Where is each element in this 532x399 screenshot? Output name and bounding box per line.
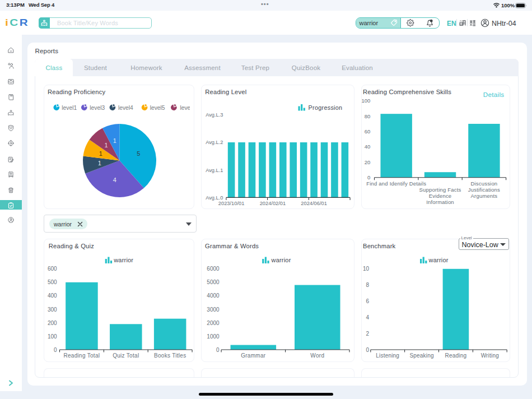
svg-text:100: 100 [361,98,370,104]
svg-text:300: 300 [48,307,57,313]
svg-text:level4: level4 [118,105,133,111]
svg-text:warrior: warrior [113,257,133,263]
svg-text:3000: 3000 [207,307,220,313]
svg-text:Avg.L.2: Avg.L.2 [206,140,223,145]
svg-text:2024/02/01: 2024/02/01 [260,201,286,206]
svg-text:warrior: warrior [428,257,449,263]
svg-text:2: 2 [366,331,369,337]
svg-text:6000: 6000 [207,266,220,272]
svg-text:10: 10 [363,266,370,272]
svg-text:Reading & Quiz: Reading & Quiz [49,243,94,249]
svg-text:200: 200 [48,320,57,326]
svg-text:Find and Identify Details: Find and Identify Details [366,180,426,187]
svg-text:Discussion: Discussion [470,180,497,187]
svg-text:Avg.L.1: Avg.L.1 [206,168,223,173]
svg-text:40: 40 [365,143,371,150]
svg-text:Avg.L.0: Avg.L.0 [206,195,223,201]
svg-text:Reading Comprehensive Skills: Reading Comprehensive Skills [363,89,451,95]
svg-text:Reading: Reading [445,352,467,359]
svg-text:Benchmark: Benchmark [363,243,396,249]
svg-text:warrior: warrior [271,257,291,263]
svg-text:Reading Total: Reading Total [63,352,100,359]
svg-text:2000: 2000 [207,320,220,326]
svg-text:1: 1 [98,160,101,166]
svg-text:Justifications: Justifications [468,187,500,193]
svg-text:6: 6 [366,298,369,304]
svg-text:4000: 4000 [207,293,220,299]
svg-text:5: 5 [137,150,140,157]
svg-text:400: 400 [48,293,57,299]
svg-text:4: 4 [366,314,369,321]
svg-text:500: 500 [48,279,57,285]
svg-text:Grammar & Words: Grammar & Words [205,243,259,249]
svg-text:Details: Details [483,91,505,98]
svg-text:Evidence: Evidence [429,193,452,199]
svg-text:Information: Information [426,199,454,205]
svg-text:Grammar: Grammar [241,352,266,359]
svg-text:1: 1 [105,142,108,149]
svg-text:level3: level3 [90,105,105,111]
svg-text:0: 0 [367,174,370,180]
svg-text:Quiz Total: Quiz Total [113,352,139,359]
svg-text:8: 8 [366,282,369,288]
svg-text:Arguments: Arguments [471,193,498,199]
svg-text:level6: level6 [180,105,195,111]
svg-text:level1: level1 [62,105,77,111]
svg-text:Supporting Facts: Supporting Facts [419,187,461,193]
svg-text:1: 1 [99,150,102,157]
svg-text:100: 100 [48,333,57,340]
svg-text:Speaking: Speaking [409,352,433,359]
svg-text:2023/10/01: 2023/10/01 [218,201,245,206]
svg-text:0: 0 [54,347,57,353]
svg-text:80: 80 [365,113,371,119]
svg-text:Reading Level: Reading Level [205,89,246,95]
svg-text:600: 600 [48,266,57,272]
svg-text:Reading Proficiency: Reading Proficiency [48,89,106,95]
svg-text:60: 60 [365,128,371,134]
svg-text:5000: 5000 [207,279,220,285]
svg-text:0: 0 [216,347,220,353]
svg-text:Progression: Progression [309,104,343,111]
svg-text:2024/06/01: 2024/06/01 [301,201,327,206]
svg-text:0: 0 [366,347,369,353]
svg-text:1000: 1000 [207,333,220,340]
svg-text:Writing: Writing [481,352,499,359]
svg-text:4: 4 [113,177,116,183]
svg-text:Avg.L.3: Avg.L.3 [206,112,223,118]
svg-text:Word: Word [310,352,324,359]
svg-text:level5: level5 [150,105,165,111]
svg-text:1: 1 [113,137,116,144]
svg-text:20: 20 [365,159,371,165]
svg-text:Listening: Listening [376,352,399,359]
svg-text:Books Titles: Books Titles [154,352,186,359]
